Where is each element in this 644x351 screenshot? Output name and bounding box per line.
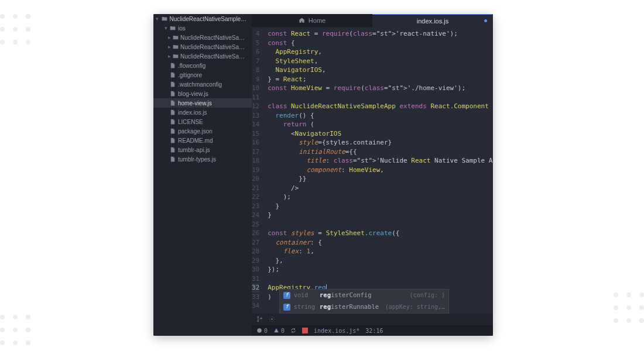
editor-toolbar — [252, 314, 493, 325]
tab-bar: Homeindex.ios.js — [252, 14, 493, 27]
tree-root-label: NuclideReactNativeSampleApp — [169, 16, 249, 22]
tree-item-label: blog-view.js — [178, 91, 208, 97]
tab-label: Home — [309, 17, 326, 24]
home-icon — [299, 17, 305, 25]
tree-item-label: LICENSE — [178, 119, 203, 125]
file-icon — [169, 147, 177, 153]
chevron-right-icon: ▸ — [167, 53, 172, 59]
branch-icon[interactable] — [256, 316, 263, 324]
tree-file[interactable]: tumblr-types.js — [153, 154, 252, 164]
file-icon — [169, 91, 177, 97]
tree-file[interactable]: LICENSE — [153, 117, 252, 126]
chevron-down-icon: ▾ — [163, 25, 169, 31]
settings-icon[interactable] — [269, 316, 275, 324]
autocomplete-item[interactable]: f string registerComponent (appKey: stri… — [280, 313, 448, 314]
tree-item-label: NuclideReactNativeSampleApp — [180, 44, 249, 50]
tree-file[interactable]: package.json — [153, 126, 252, 136]
tree-item-label: index.ios.js — [178, 109, 207, 116]
autocomplete-name: registerConfig — [320, 291, 372, 300]
tree-item-label: tumblr-api.js — [178, 147, 210, 153]
decorative-dots — [0, 315, 30, 345]
editor-main: Homeindex.ios.js 45678910111213141516171… — [252, 14, 493, 336]
file-icon — [169, 100, 177, 106]
svg-point-4 — [257, 328, 262, 333]
tree-item-label: home-view.js — [178, 100, 212, 106]
folder-icon — [160, 16, 169, 22]
autocomplete-name: registerRunnable — [320, 302, 379, 312]
autocomplete-signature: (appKey: string,… — [385, 302, 445, 312]
file-icon — [169, 63, 177, 68]
status-filename: index.ios.js* — [314, 328, 359, 334]
folder-icon — [172, 53, 179, 59]
status-bar: 0 0 index.ios.js* 32:16 — [252, 325, 493, 336]
editor-window: ▾ NuclideReactNativeSampleApp ▾ios▸Nucli… — [153, 14, 493, 336]
tree-folder[interactable]: ▸NuclideReactNativeSampleApp — [153, 42, 252, 51]
tree-item-label: package.json — [178, 128, 213, 135]
tab-home[interactable]: Home — [252, 14, 372, 27]
decorative-dots — [0, 14, 30, 44]
status-sync-icon[interactable] — [290, 328, 296, 333]
function-icon: f — [283, 304, 290, 311]
status-errors[interactable]: 0 — [256, 328, 268, 334]
file-icon — [169, 119, 177, 125]
tree-file[interactable]: home-view.js — [153, 98, 252, 108]
code-content[interactable]: const React = require(class="st">'react-… — [263, 27, 493, 314]
tree-item-label: NuclideReactNativeSampleApp — [180, 35, 249, 41]
tab-index-ios-js[interactable]: index.ios.js — [372, 14, 493, 27]
file-icon — [169, 81, 177, 87]
svg-point-0 — [257, 316, 259, 318]
line-gutter: 4567891011121314151617181920212223242526… — [252, 27, 263, 314]
autocomplete-item[interactable]: f string registerRunnable (appKey: strin… — [280, 301, 448, 313]
tree-folder[interactable]: ▸NuclideReactNativeSampleApp — [153, 33, 252, 42]
folder-icon — [172, 44, 179, 50]
decorative-dots — [614, 292, 644, 323]
chevron-right-icon: ▸ — [167, 44, 172, 50]
tree-item-label: ios — [178, 25, 186, 32]
tree-file[interactable]: .gitignore — [153, 70, 252, 80]
folder-icon — [172, 35, 179, 40]
tree-file[interactable]: blog-view.js — [153, 89, 252, 98]
autocomplete-return-type: string — [294, 302, 316, 312]
tree-item-label: tumblr-types.js — [178, 156, 216, 163]
autocomplete-popup[interactable]: f void registerConfig (config: )f string… — [279, 289, 449, 314]
tree-file[interactable]: index.ios.js — [153, 108, 252, 117]
status-error-box[interactable] — [302, 328, 308, 333]
chevron-down-icon: ▾ — [155, 16, 160, 22]
status-warnings[interactable]: 0 — [273, 328, 285, 334]
tree-file[interactable]: tumblr-api.js — [153, 145, 252, 154]
function-icon: f — [283, 292, 290, 299]
code-editor[interactable]: 4567891011121314151617181920212223242526… — [252, 27, 493, 314]
tree-item-label: README.md — [178, 137, 213, 144]
tree-folder[interactable]: ▾ios — [153, 23, 252, 33]
autocomplete-item[interactable]: f void registerConfig (config: ) — [280, 290, 448, 301]
file-icon — [169, 109, 177, 115]
file-icon — [169, 156, 177, 162]
autocomplete-signature: (config: ) — [410, 291, 445, 300]
tree-root[interactable]: ▾ NuclideReactNativeSampleApp — [153, 14, 252, 23]
file-icon — [169, 128, 177, 134]
tree-file[interactable]: .watchmanconfig — [153, 80, 252, 89]
tab-label: index.ios.js — [417, 18, 448, 25]
status-cursor-pos: 32:16 — [365, 328, 383, 334]
tree-file[interactable]: .flowconfig — [153, 61, 252, 70]
svg-point-3 — [271, 318, 273, 320]
tree-item-label: .gitignore — [178, 72, 202, 78]
tree-folder[interactable]: ▸NuclideReactNativeSampleApp — [153, 51, 252, 61]
autocomplete-return-type: void — [294, 291, 316, 300]
file-icon — [169, 137, 177, 143]
tree-item-label: .flowconfig — [178, 63, 205, 69]
file-tree[interactable]: ▾ NuclideReactNativeSampleApp ▾ios▸Nucli… — [153, 14, 252, 336]
tree-item-label: .watchmanconfig — [178, 81, 222, 88]
svg-point-1 — [257, 320, 259, 322]
modified-indicator — [484, 19, 487, 22]
tree-item-label: NuclideReactNativeSampleApp — [180, 53, 249, 60]
folder-icon — [169, 25, 177, 31]
chevron-right-icon: ▸ — [167, 35, 172, 40]
file-icon — [169, 72, 177, 78]
tree-file[interactable]: README.md — [153, 136, 252, 145]
